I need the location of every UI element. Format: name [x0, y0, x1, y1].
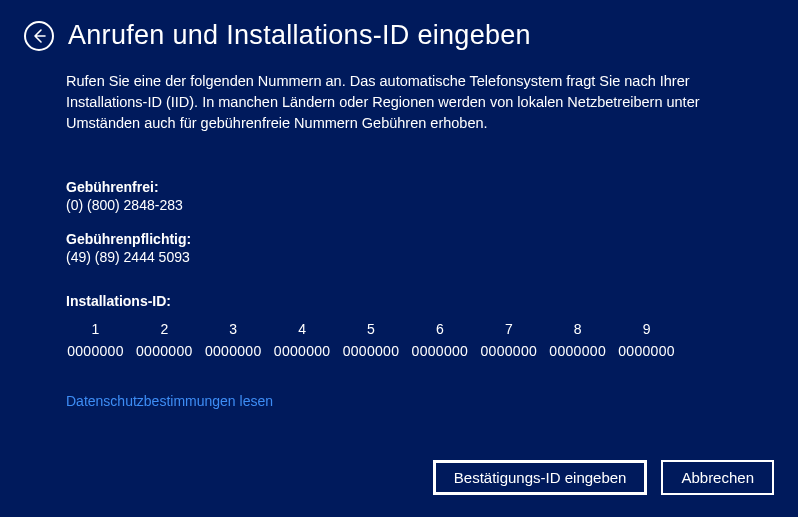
iid-value: 0000000: [479, 343, 538, 359]
iid-value: 0000000: [135, 343, 194, 359]
privacy-link[interactable]: Datenschutzbestimmungen lesen: [66, 393, 273, 409]
iid-value: 0000000: [342, 343, 401, 359]
tollfree-block: Gebührenfrei: (0) (800) 2848-283: [66, 179, 732, 213]
cancel-button[interactable]: Abbrechen: [661, 460, 774, 495]
iid-col-header: 1: [66, 321, 125, 343]
footer: Bestätigungs-ID eingeben Abbrechen: [433, 460, 774, 495]
tollfree-number: (0) (800) 2848-283: [66, 197, 732, 213]
enter-confirmation-id-button[interactable]: Bestätigungs-ID eingeben: [433, 460, 648, 495]
iid-col-header: 9: [617, 321, 676, 343]
page-title: Anrufen und Installations-ID eingeben: [68, 20, 531, 51]
iid-col-header: 7: [479, 321, 538, 343]
iid-col-header: 6: [410, 321, 469, 343]
installations-id-label: Installations-ID:: [66, 293, 732, 309]
iid-value: 0000000: [66, 343, 125, 359]
installations-id-grid: 1 2 3 4 5 6 7 8 9 0000000 0000000 000000…: [66, 321, 676, 359]
iid-value: 0000000: [617, 343, 676, 359]
header: Anrufen und Installations-ID eingeben: [0, 0, 798, 51]
iid-col-header: 3: [204, 321, 263, 343]
arrow-left-icon: [31, 28, 47, 44]
iid-col-header: 2: [135, 321, 194, 343]
content: Rufen Sie eine der folgenden Nummern an.…: [0, 51, 798, 409]
toll-block: Gebührenpflichtig: (49) (89) 2444 5093: [66, 231, 732, 265]
toll-label: Gebührenpflichtig:: [66, 231, 732, 247]
back-button[interactable]: [24, 21, 54, 51]
iid-col-header: 8: [548, 321, 607, 343]
intro-text: Rufen Sie eine der folgenden Nummern an.…: [66, 71, 732, 134]
iid-value: 0000000: [548, 343, 607, 359]
iid-value: 0000000: [410, 343, 469, 359]
iid-value: 0000000: [204, 343, 263, 359]
iid-value: 0000000: [273, 343, 332, 359]
iid-col-header: 4: [273, 321, 332, 343]
toll-number: (49) (89) 2444 5093: [66, 249, 732, 265]
tollfree-label: Gebührenfrei:: [66, 179, 732, 195]
iid-col-header: 5: [342, 321, 401, 343]
